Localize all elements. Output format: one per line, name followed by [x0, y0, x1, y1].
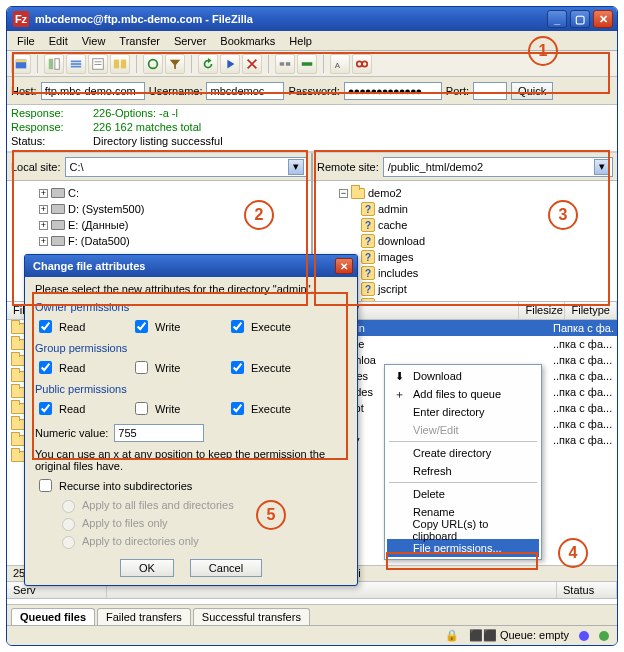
- refresh-button[interactable]: [198, 54, 218, 74]
- owner-write-checkbox[interactable]: [135, 320, 148, 333]
- folder-unknown-icon: ?: [361, 266, 375, 280]
- filter-toggle-button[interactable]: [165, 54, 185, 74]
- port-input[interactable]: [473, 82, 507, 100]
- tree-item[interactable]: С:: [68, 187, 79, 199]
- collapse-icon[interactable]: −: [339, 189, 348, 198]
- tree-item[interactable]: includes: [378, 267, 418, 279]
- expand-icon[interactable]: +: [39, 189, 48, 198]
- password-input[interactable]: [344, 82, 442, 100]
- recurse-checkbox[interactable]: [39, 479, 52, 492]
- dialog-titlebar[interactable]: Change file attributes ✕: [25, 255, 357, 277]
- reconnect-button[interactable]: [297, 54, 317, 74]
- transfer-header-status[interactable]: Status: [557, 582, 617, 598]
- remote-tree[interactable]: −demo2 ? admin ? cache ? download ? imag…: [313, 181, 617, 301]
- disconnect-button[interactable]: [275, 54, 295, 74]
- host-input[interactable]: [41, 82, 145, 100]
- group-read-checkbox[interactable]: [39, 361, 52, 374]
- tree-item[interactable]: download: [378, 235, 425, 247]
- svg-point-18: [362, 61, 367, 66]
- context-item[interactable]: Create directory: [387, 444, 539, 462]
- context-item[interactable]: Delete: [387, 485, 539, 503]
- public-permissions-label: Public permissions: [35, 383, 347, 395]
- list-item[interactable]: admin Папка с фа...: [313, 320, 617, 336]
- ok-button[interactable]: OK: [120, 559, 174, 577]
- apply-all-radio: [62, 500, 75, 513]
- tree-item[interactable]: D: (System500): [68, 203, 144, 215]
- context-item[interactable]: ＋ Add files to queue: [387, 385, 539, 403]
- menu-help[interactable]: Help: [283, 33, 318, 49]
- owner-execute-checkbox[interactable]: [231, 320, 244, 333]
- dialog-close-button[interactable]: ✕: [335, 258, 353, 274]
- sync-browse-button[interactable]: [143, 54, 163, 74]
- menu-file[interactable]: File: [11, 33, 41, 49]
- dialog-title: Change file attributes: [33, 260, 335, 272]
- context-item[interactable]: Copy URL(s) to clipboard: [387, 521, 539, 539]
- menu-view[interactable]: View: [76, 33, 112, 49]
- numeric-value-input[interactable]: [114, 424, 204, 442]
- log-label: Response:: [11, 120, 75, 134]
- menu-bookmarks[interactable]: Bookmarks: [214, 33, 281, 49]
- tree-item[interactable]: cache: [378, 219, 407, 231]
- tree-toggle-button[interactable]: [44, 54, 64, 74]
- remote-header-filetype[interactable]: Filetype: [565, 302, 617, 319]
- local-site-combo[interactable]: С:\ ▾: [65, 157, 307, 177]
- expand-icon[interactable]: +: [39, 237, 48, 246]
- menu-server[interactable]: Server: [168, 33, 212, 49]
- tree-item[interactable]: F: (Data500): [68, 235, 130, 247]
- public-read-checkbox[interactable]: [39, 402, 52, 415]
- tab-failed[interactable]: Failed transfers: [97, 608, 191, 625]
- menu-transfer[interactable]: Transfer: [113, 33, 166, 49]
- directory-compare-button[interactable]: [110, 54, 130, 74]
- owner-read-checkbox[interactable]: [39, 320, 52, 333]
- cancel-button[interactable]: [242, 54, 262, 74]
- chevron-down-icon[interactable]: ▾: [288, 159, 304, 175]
- activity-dot-1: [579, 631, 589, 641]
- svg-rect-15: [302, 62, 313, 66]
- expand-icon[interactable]: +: [39, 221, 48, 230]
- quickconnect-button[interactable]: Quick: [511, 82, 553, 100]
- svg-rect-11: [121, 59, 126, 68]
- svg-rect-1: [16, 59, 27, 62]
- drive-icon: [51, 204, 65, 214]
- public-execute-checkbox[interactable]: [231, 402, 244, 415]
- titlebar[interactable]: Fz mbcdemoс@ftp.mbc-demo.com - FileZilla…: [7, 7, 617, 31]
- context-item[interactable]: Enter directory: [387, 403, 539, 421]
- folder-icon: [11, 323, 25, 334]
- maximize-button[interactable]: ▢: [570, 10, 590, 28]
- tree-item[interactable]: E: (Данные): [68, 219, 129, 231]
- context-item[interactable]: Refresh: [387, 462, 539, 480]
- message-log[interactable]: Response:226-Options: -a -l Response:226…: [7, 105, 617, 153]
- username-input[interactable]: [206, 82, 284, 100]
- chevron-down-icon[interactable]: ▾: [594, 159, 610, 175]
- drive-icon: [51, 220, 65, 230]
- close-button[interactable]: ✕: [593, 10, 613, 28]
- queue-toggle-button[interactable]: [66, 54, 86, 74]
- site-manager-button[interactable]: [11, 54, 31, 74]
- remote-header-filesize[interactable]: Filesize: [519, 302, 565, 319]
- context-separator: [389, 482, 537, 483]
- menu-edit[interactable]: Edit: [43, 33, 74, 49]
- auto-ascii-button[interactable]: A: [330, 54, 350, 74]
- download-icon: ⬇: [391, 370, 407, 383]
- cancel-button[interactable]: Cancel: [190, 559, 262, 577]
- tab-successful[interactable]: Successful transfers: [193, 608, 310, 625]
- remote-root[interactable]: demo2: [368, 187, 402, 199]
- process-queue-button[interactable]: [220, 54, 240, 74]
- find-button[interactable]: [352, 54, 372, 74]
- context-item[interactable]: ⬇ Download: [387, 367, 539, 385]
- drive-icon: [51, 188, 65, 198]
- expand-icon[interactable]: +: [39, 205, 48, 214]
- svg-rect-9: [95, 64, 102, 65]
- tree-item[interactable]: jscript: [378, 283, 407, 295]
- minimize-button[interactable]: _: [547, 10, 567, 28]
- log-message: Directory listing successful: [93, 134, 223, 148]
- group-write-checkbox[interactable]: [135, 361, 148, 374]
- group-execute-checkbox[interactable]: [231, 361, 244, 374]
- remote-site-combo[interactable]: /public_html/demo2 ▾: [383, 157, 613, 177]
- list-item[interactable]: cache ..пка с фа...: [313, 336, 617, 352]
- tab-queued[interactable]: Queued files: [11, 608, 95, 625]
- tree-item[interactable]: images: [378, 251, 413, 263]
- public-write-checkbox[interactable]: [135, 402, 148, 415]
- log-toggle-button[interactable]: [88, 54, 108, 74]
- tree-item[interactable]: admin: [378, 203, 408, 215]
